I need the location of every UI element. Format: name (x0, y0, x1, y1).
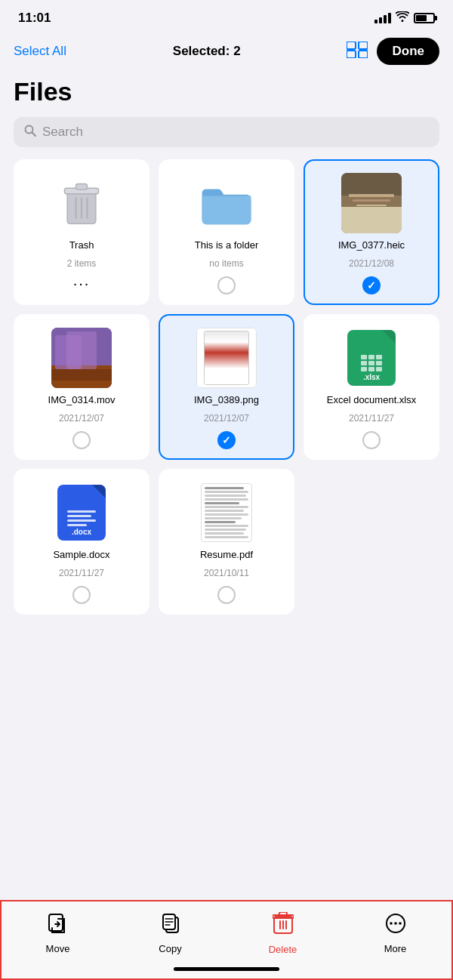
move-icon (48, 913, 69, 939)
nav-bar: Select All Selected: 2 Done (0, 32, 453, 74)
pdf-thumbnail (196, 482, 257, 543)
svg-rect-22 (51, 369, 112, 381)
svg-rect-15 (349, 194, 394, 197)
copy-icon (160, 913, 181, 939)
status-icons (374, 11, 435, 25)
move-label: Move (46, 943, 70, 954)
photo-thumbnail-0314 (51, 328, 112, 388)
select-circle-checked[interactable] (217, 431, 236, 449)
file-name: Trash (69, 239, 94, 252)
page-title: Files (0, 74, 453, 117)
view-toggle-button[interactable] (347, 42, 368, 61)
file-name: IMG_0377.heic (338, 239, 405, 252)
svg-rect-8 (76, 184, 87, 190)
select-circle-checked[interactable] (362, 276, 381, 294)
file-card-pdf[interactable]: Resume.pdf 2021/10/11 (159, 469, 294, 615)
svg-rect-3 (359, 51, 368, 58)
signal-icon (374, 13, 391, 23)
nav-right-actions: Done (347, 38, 439, 65)
file-name: Resume.pdf (200, 549, 253, 562)
svg-rect-17 (356, 205, 387, 206)
file-meta: 2 items (67, 258, 97, 269)
file-date: 2021/12/08 (349, 258, 394, 269)
battery-icon (414, 13, 435, 23)
search-container: Search (0, 117, 453, 159)
file-card-trash[interactable]: Trash 2 items ··· (14, 159, 149, 305)
svg-rect-16 (353, 199, 390, 202)
file-card-img0314[interactable]: IMG_0314.mov 2021/12/07 (14, 314, 149, 460)
svg-rect-13 (341, 207, 402, 233)
file-name: IMG_0389.png (194, 394, 259, 407)
more-icon (385, 913, 406, 939)
select-circle[interactable] (362, 431, 381, 449)
file-name: Sample.docx (53, 549, 109, 562)
file-card-excel[interactable]: .xlsx Excel document.xlsx 2021/11/27 (304, 314, 439, 460)
file-date: 2021/12/07 (59, 413, 104, 424)
select-circle[interactable] (217, 586, 236, 604)
file-card-img0377[interactable]: IMG_0377.heic 2021/12/08 (304, 159, 439, 305)
select-circle[interactable] (217, 276, 236, 294)
svg-rect-1 (359, 42, 368, 49)
search-icon (24, 125, 36, 140)
more-label: More (384, 943, 407, 954)
svg-rect-14 (341, 173, 402, 196)
svg-rect-21 (66, 331, 97, 369)
svg-point-38 (399, 922, 402, 925)
svg-line-5 (32, 133, 36, 137)
svg-rect-2 (347, 51, 356, 58)
photo-thumbnail-0389 (196, 328, 257, 388)
selected-count: Selected: 2 (173, 44, 241, 59)
status-bar: 11:01 (0, 0, 453, 32)
svg-point-37 (394, 922, 397, 925)
more-options[interactable]: ··· (73, 275, 91, 292)
svg-rect-23 (49, 914, 63, 931)
folder-thumbnail (196, 173, 257, 233)
file-card-folder[interactable]: This is a folder no items (159, 159, 294, 305)
wifi-icon (396, 11, 409, 25)
status-time: 11:01 (18, 11, 51, 26)
select-all-button[interactable]: Select All (14, 41, 66, 62)
photo-thumbnail-0377 (341, 173, 402, 233)
copy-label: Copy (159, 943, 181, 954)
search-bar[interactable]: Search (14, 117, 439, 147)
file-date: 2021/11/27 (59, 568, 104, 578)
delete-label: Delete (269, 944, 297, 955)
toolbar-items: Move Copy (2, 901, 451, 961)
toolbar-more[interactable]: More (339, 913, 451, 954)
file-date: 2021/11/27 (349, 413, 394, 424)
home-indicator (174, 967, 279, 971)
file-card-docx[interactable]: .docx Sample.docx 2021/11/27 (14, 469, 149, 615)
xlsx-thumbnail: .xlsx (341, 328, 402, 388)
file-card-img0389[interactable]: IMG_0389.png 2021/12/07 (159, 314, 294, 460)
docx-thumbnail: .docx (51, 482, 112, 543)
file-date: 2021/10/11 (204, 568, 249, 578)
svg-rect-0 (347, 42, 356, 49)
delete-icon (273, 912, 294, 940)
file-date: 2021/12/07 (204, 413, 249, 424)
select-circle[interactable] (72, 586, 91, 604)
search-placeholder: Search (42, 125, 83, 140)
done-button[interactable]: Done (377, 38, 439, 65)
svg-point-36 (390, 922, 393, 925)
trash-thumbnail (51, 173, 112, 233)
bottom-toolbar: Move Copy (0, 900, 453, 980)
toolbar-move[interactable]: Move (2, 913, 114, 954)
file-meta: no items (209, 258, 243, 269)
toolbar-copy[interactable]: Copy (114, 913, 226, 954)
file-name: IMG_0314.mov (48, 394, 116, 407)
file-name: Excel document.xlsx (327, 394, 417, 407)
select-circle[interactable] (72, 431, 91, 449)
file-grid: Trash 2 items ··· This is a folder no it… (0, 159, 453, 628)
toolbar-delete[interactable]: Delete (226, 912, 339, 955)
file-name: This is a folder (195, 239, 259, 252)
